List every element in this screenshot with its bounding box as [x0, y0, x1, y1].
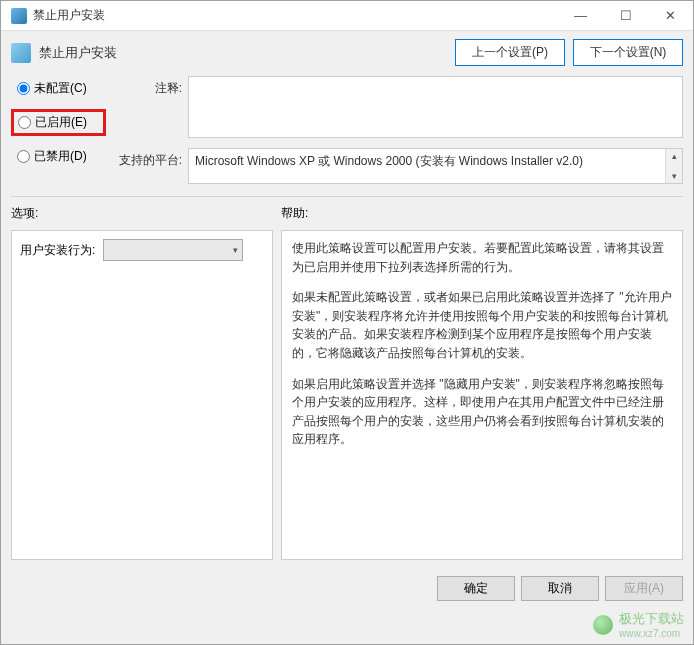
- help-paragraph-3: 如果启用此策略设置并选择 "隐藏用户安装"，则安装程序将忽略按照每个用户安装的应…: [292, 375, 672, 449]
- user-install-behavior-row: 用户安装行为: ▾: [20, 239, 264, 261]
- radio-not-configured-label: 未配置(C): [34, 80, 87, 97]
- cancel-button[interactable]: 取消: [521, 576, 599, 601]
- help-heading: 帮助:: [281, 205, 308, 222]
- maximize-button[interactable]: ☐: [603, 1, 648, 31]
- state-radio-group: 未配置(C) 已启用(E) 已禁用(D): [11, 76, 106, 165]
- help-paragraph-2: 如果未配置此策略设置，或者如果已启用此策略设置并选择了 "允许用户安装"，则安装…: [292, 288, 672, 362]
- help-panel[interactable]: 使用此策略设置可以配置用户安装。若要配置此策略设置，请将其设置为已启用并使用下拉…: [281, 230, 683, 560]
- next-setting-button[interactable]: 下一个设置(N): [573, 39, 683, 66]
- watermark-url: www.xz7.com: [619, 628, 684, 639]
- app-icon: [11, 8, 27, 24]
- section-labels: 选项: 帮助:: [11, 205, 683, 222]
- radio-not-configured[interactable]: 未配置(C): [11, 80, 106, 97]
- scroll-down-icon[interactable]: ▾: [672, 169, 677, 183]
- radio-enabled[interactable]: 已启用(E): [18, 114, 99, 131]
- platforms-scrollbar[interactable]: ▴ ▾: [665, 149, 682, 183]
- enabled-highlight: 已启用(E): [11, 109, 106, 136]
- comments-label: 注释:: [112, 76, 182, 97]
- apply-button[interactable]: 应用(A): [605, 576, 683, 601]
- header-row: 禁止用户安装 上一个设置(P) 下一个设置(N): [11, 39, 683, 76]
- policy-title: 禁止用户安装: [39, 44, 447, 62]
- radio-disabled-input[interactable]: [17, 150, 30, 163]
- chevron-down-icon: ▾: [233, 245, 238, 255]
- watermark: 极光下载站 www.xz7.com: [593, 610, 684, 639]
- user-install-behavior-label: 用户安装行为:: [20, 242, 95, 259]
- close-button[interactable]: ✕: [648, 1, 693, 31]
- platforms-label: 支持的平台:: [112, 148, 182, 169]
- help-paragraph-1: 使用此策略设置可以配置用户安装。若要配置此策略设置，请将其设置为已启用并使用下拉…: [292, 239, 672, 276]
- radio-enabled-label: 已启用(E): [35, 114, 87, 131]
- scroll-up-icon[interactable]: ▴: [672, 149, 677, 163]
- watermark-name: 极光下载站: [619, 611, 684, 626]
- options-panel: 用户安装行为: ▾: [11, 230, 273, 560]
- ok-button[interactable]: 确定: [437, 576, 515, 601]
- minimize-button[interactable]: —: [558, 1, 603, 31]
- user-install-behavior-select[interactable]: ▾: [103, 239, 243, 261]
- comments-textarea[interactable]: [188, 76, 683, 138]
- radio-not-configured-input[interactable]: [17, 82, 30, 95]
- window-title: 禁止用户安装: [33, 7, 558, 24]
- platforms-box: Microsoft Windows XP 或 Windows 2000 (安装有…: [188, 148, 683, 184]
- prev-setting-button[interactable]: 上一个设置(P): [455, 39, 565, 66]
- footer: 确定 取消 应用(A): [1, 568, 693, 609]
- options-heading: 选项:: [11, 205, 281, 222]
- radio-disabled[interactable]: 已禁用(D): [11, 148, 106, 165]
- policy-icon: [11, 43, 31, 63]
- titlebar: 禁止用户安装 — ☐ ✕: [1, 1, 693, 31]
- radio-disabled-label: 已禁用(D): [34, 148, 87, 165]
- watermark-icon: [593, 615, 613, 635]
- divider: [11, 196, 683, 197]
- platforms-text: Microsoft Windows XP 或 Windows 2000 (安装有…: [195, 153, 583, 170]
- radio-enabled-input[interactable]: [18, 116, 31, 129]
